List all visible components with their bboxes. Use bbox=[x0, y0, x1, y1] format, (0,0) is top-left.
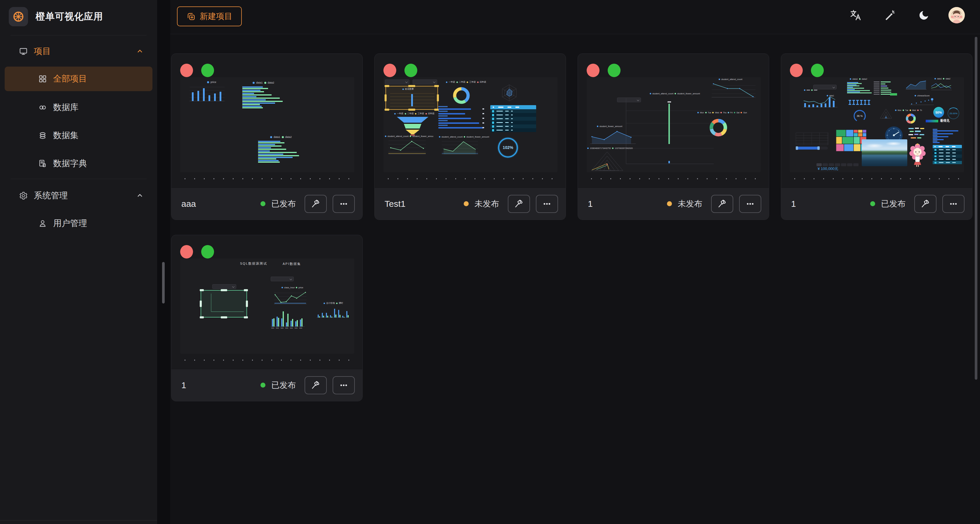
main-scrollbar-thumb[interactable] bbox=[975, 37, 977, 380]
dotted-separator bbox=[180, 359, 354, 361]
ellipsis-icon bbox=[339, 380, 348, 390]
hammer-icon bbox=[311, 199, 321, 209]
sidebar-item-user-management[interactable]: 用户管理 bbox=[5, 211, 153, 236]
mini-gradient-bar bbox=[926, 120, 938, 123]
gauge-value: 36 % bbox=[853, 115, 867, 118]
section-title: SQL数据源测试 bbox=[240, 261, 267, 266]
card-red-dot bbox=[383, 64, 396, 77]
more-actions-button[interactable] bbox=[536, 195, 558, 213]
status-dot bbox=[464, 201, 469, 206]
mini-legend: student_attend_count student_flower_amou bbox=[385, 135, 433, 138]
more-actions-button[interactable] bbox=[942, 195, 964, 213]
mini-dropdown bbox=[212, 284, 236, 289]
avatar-illustration bbox=[948, 7, 965, 23]
app-logo bbox=[9, 7, 28, 26]
mini-radar-chart bbox=[500, 84, 519, 103]
project-card[interactable]: 献花数量 一年级 二年级 三年级 四年级 bbox=[374, 53, 566, 220]
edit-project-button[interactable] bbox=[711, 195, 733, 213]
mini-legend: data1 data2 bbox=[934, 78, 950, 80]
project-card[interactable]: data1 data1 data2 data1 data2 bbox=[781, 53, 972, 220]
project-title: 1 bbox=[181, 380, 255, 390]
mini-legend: 一年级 二年级 三年级 四年级 bbox=[394, 112, 434, 115]
magic-wand-icon bbox=[884, 10, 896, 21]
mini-legend: student_attend_count student_flower_amou… bbox=[439, 135, 489, 138]
project-thumbnail: student_attend_count student_attend_coun… bbox=[587, 77, 761, 172]
edit-project-button[interactable] bbox=[508, 195, 530, 213]
sidebar-item-all-projects[interactable]: 全部项目 bbox=[5, 67, 153, 91]
mini-line-chart bbox=[587, 129, 638, 146]
ellipsis-icon bbox=[745, 199, 755, 209]
status-dot bbox=[870, 201, 875, 206]
edit-project-button[interactable] bbox=[305, 376, 327, 394]
status-label: 未发布 bbox=[474, 198, 499, 209]
mini-legend: data1 data2 bbox=[270, 135, 292, 139]
more-actions-button[interactable] bbox=[332, 376, 355, 394]
project-thumbnail: 献花数量 一年级 二年级 三年级 四年级 bbox=[383, 77, 557, 172]
sidebar-group-system[interactable]: 系统管理 bbox=[5, 183, 153, 208]
grid-icon bbox=[38, 74, 47, 84]
app-title: 橙单可视化应用 bbox=[36, 10, 103, 23]
topbar: 新建项目 bbox=[170, 0, 980, 34]
mini-rank-bars bbox=[933, 129, 962, 143]
sidebar-bottom-divider bbox=[0, 520, 157, 521]
mini-legend: 合计价格 课时 bbox=[323, 302, 343, 305]
hammer-icon bbox=[311, 380, 321, 390]
mini-table bbox=[933, 145, 962, 164]
mini-dropdown bbox=[413, 80, 437, 84]
language-switch-button[interactable] bbox=[849, 8, 862, 22]
mini-bar-chart bbox=[315, 305, 349, 320]
sidebar-item-data-dictionary[interactable]: 数据字典 bbox=[5, 151, 153, 176]
card-green-dot bbox=[811, 64, 824, 77]
mini-dropdown bbox=[813, 85, 837, 89]
card-footer: aaa 已发布 bbox=[172, 188, 363, 220]
sidebar-item-database[interactable]: 数据库 bbox=[5, 95, 153, 120]
project-card[interactable]: price data1 data2 data1 data2 aaa 已发布 bbox=[171, 53, 363, 220]
project-title: Test1 bbox=[385, 199, 458, 209]
gutter-scrollbar-thumb[interactable] bbox=[162, 262, 165, 303]
project-card[interactable]: student_attend_count student_attend_coun… bbox=[578, 53, 769, 220]
monitor-icon bbox=[19, 47, 28, 56]
mini-legend: data1 data2 bbox=[850, 78, 867, 80]
project-title: 1 bbox=[588, 199, 661, 209]
sidebar-group-projects[interactable]: 项目 bbox=[5, 39, 153, 64]
mini-percent-ring: 25.00% bbox=[948, 107, 959, 119]
more-actions-button[interactable] bbox=[739, 195, 761, 213]
ellipsis-icon bbox=[542, 199, 552, 209]
card-red-dot bbox=[587, 64, 600, 77]
card-red-dot bbox=[180, 64, 193, 77]
database-icon bbox=[38, 131, 47, 140]
mini-donut-chart bbox=[452, 86, 471, 105]
card-green-dot bbox=[201, 64, 214, 77]
selected-widget: 献花数量 bbox=[385, 86, 438, 110]
status-dot bbox=[261, 201, 266, 206]
gear-icon bbox=[19, 191, 28, 201]
mini-legend: student_flower_amount bbox=[597, 125, 622, 127]
sidebar-item-dataset[interactable]: 数据集 bbox=[5, 123, 153, 148]
dotted-separator bbox=[587, 178, 760, 180]
mini-dropdown bbox=[271, 277, 294, 281]
mini-triangle-chart bbox=[879, 108, 892, 119]
more-actions-button[interactable] bbox=[332, 195, 355, 213]
mini-donut-chart bbox=[708, 118, 729, 138]
edit-project-button[interactable] bbox=[914, 195, 937, 213]
add-copy-icon bbox=[186, 12, 196, 21]
status-label: 已发布 bbox=[271, 380, 296, 391]
project-thumbnail: price data1 data2 data1 data2 bbox=[180, 77, 354, 172]
theme-generator-button[interactable] bbox=[883, 8, 897, 22]
mini-triangle-radar bbox=[590, 151, 625, 172]
project-title: aaa bbox=[181, 199, 255, 209]
project-card[interactable]: SQL数据源测试 API数据集 class_hour price bbox=[171, 235, 363, 401]
hammer-icon bbox=[920, 199, 931, 209]
mini-legend: data1 data2 bbox=[253, 81, 274, 84]
card-footer: Test1 未发布 bbox=[375, 188, 566, 220]
edit-project-button[interactable] bbox=[305, 195, 327, 213]
user-avatar[interactable] bbox=[948, 7, 965, 23]
mini-legend: price bbox=[207, 81, 216, 84]
new-project-button[interactable]: 新建项目 bbox=[177, 6, 242, 26]
sidebar: 橙单可视化应用 项目 全部项目 数据库 数据集 数据字典 bbox=[0, 0, 157, 524]
mini-funnel-chart bbox=[395, 116, 430, 135]
dark-mode-toggle[interactable] bbox=[917, 8, 931, 22]
card-footer: 1 未发布 bbox=[578, 188, 769, 220]
mini-mascot bbox=[908, 142, 927, 168]
sidebar-item-label: 数据库 bbox=[53, 102, 78, 113]
